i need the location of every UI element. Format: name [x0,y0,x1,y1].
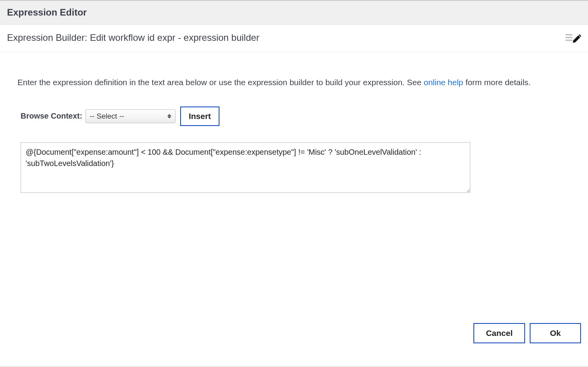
subheader: Expression Builder: Edit workflow id exp… [0,24,588,52]
browse-context-label: Browse Context: [21,112,82,121]
dialog-content: Enter the expression definition in the t… [0,52,588,194]
subheader-title: Expression Builder: Edit workflow id exp… [7,32,259,43]
instructions-after: form more details. [463,78,531,87]
ok-button[interactable]: Ok [530,323,581,343]
insert-button[interactable]: Insert [180,107,219,126]
svg-rect-0 [565,34,572,35]
select-value: -- Select -- [90,112,124,121]
dialog-header: Expression Editor [0,1,588,24]
svg-rect-2 [565,40,572,41]
instructions-before: Enter the expression definition in the t… [17,78,424,87]
expression-editor-dialog: Expression Editor Expression Builder: Ed… [0,0,588,367]
dialog-title: Expression Editor [7,7,581,18]
browse-context-row: Browse Context: -- Select -- Insert [21,107,571,126]
edit-icon [565,33,581,43]
expression-textarea[interactable] [21,142,470,193]
dialog-footer: Cancel Ok [473,323,581,343]
select-chevrons-icon [167,114,171,118]
cancel-button[interactable]: Cancel [473,323,525,343]
edit-button[interactable] [565,33,581,43]
svg-rect-1 [565,37,572,38]
online-help-link[interactable]: online help [424,78,463,87]
browse-context-select[interactable]: -- Select -- [85,109,176,123]
instructions-text: Enter the expression definition in the t… [17,76,571,89]
expression-textarea-wrap [21,142,571,194]
